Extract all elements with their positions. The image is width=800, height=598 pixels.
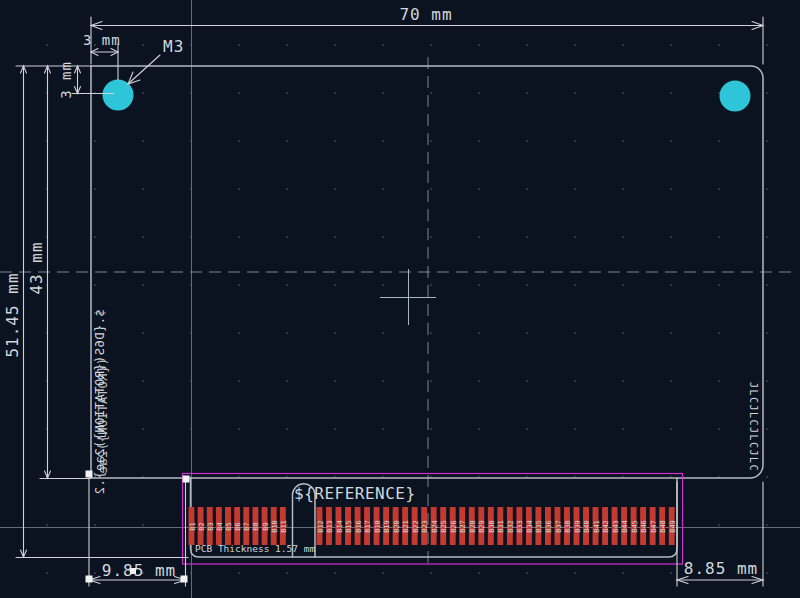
connector-pad-label: B34 [526, 520, 534, 533]
connector-pad-label: B46 [640, 520, 648, 533]
connector-pad-label: B12 [317, 520, 325, 533]
connector-pad-label: B42 [602, 520, 610, 533]
dimension-overall-height-label: 51.45 mm [3, 272, 22, 357]
connector-pad-label: B14 [336, 520, 344, 533]
connector-pad-label: B8 [252, 522, 260, 530]
connector-pad-label: B22 [412, 520, 420, 533]
mirrored-field-text[interactable]: ({ROTATION})2ae $.{D6S({ROTATION})2ae}.2 [93, 309, 110, 494]
connector-pad-label: B13 [326, 520, 334, 533]
hole-callout-m3[interactable]: M3 [128, 37, 184, 84]
connector-pad-label: B43 [612, 520, 620, 533]
connector-pad-label: B37 [555, 520, 563, 533]
connector-pad-label: B3 [207, 522, 215, 530]
connector-pad-label: B24 [431, 520, 439, 533]
connector-pad-label: B23 [421, 520, 429, 533]
dimension-hole-dy-label: 3 mm [58, 61, 74, 99]
dimension-hole-dx-label: 3 mm [83, 32, 121, 48]
dimension-hole-dx[interactable]: 3 mm [83, 32, 121, 80]
mirrored-field-text-yellow: $.{D6S({ROTATION})2ae}.2 [93, 309, 107, 494]
edge-text-right[interactable]: JLCJLCJLCJLC [748, 382, 759, 472]
dimension-hole-dy[interactable]: 3 mm [16, 61, 114, 99]
connector-pad-label: B16 [355, 520, 363, 533]
connector-pad-label: B26 [450, 520, 458, 533]
connector-pad-label: B36 [545, 520, 553, 533]
selection-handle[interactable] [86, 471, 93, 478]
connector-pad-label: B18 [374, 520, 382, 533]
hole-callout-m3-label: M3 [163, 37, 184, 56]
selection-handle[interactable] [86, 576, 93, 583]
connector-pad-label: B19 [383, 520, 391, 533]
connector-pad-label: B29 [478, 520, 486, 533]
connector-pad-label: B38 [564, 520, 572, 533]
connector-pad-label: B25 [440, 520, 448, 533]
connector-pad-label: B45 [631, 520, 639, 533]
connector-pad-label: B7 [243, 522, 251, 530]
connector-pad-label: B48 [659, 520, 667, 533]
connector-pad-label: B5 [225, 522, 233, 530]
selection-handle[interactable] [181, 576, 188, 583]
pcb-thickness-text[interactable]: PCB Thickness 1.57 mm [195, 543, 315, 554]
connector-pad-label: B4 [216, 522, 224, 530]
connector-pad-label: B11 [280, 520, 288, 533]
connector-pad-label: B44 [621, 520, 629, 533]
connector-pad-label: B41 [593, 520, 601, 533]
reference-text[interactable]: ${REFERENCE} [294, 484, 416, 503]
connector-pad-label: B27 [459, 520, 467, 533]
connector-pad-label: B33 [516, 520, 524, 533]
connector-pad-label: B40 [583, 520, 591, 533]
connector-pad-label: B28 [469, 520, 477, 533]
dimension-body-height-label: 43 mm [27, 241, 46, 294]
connector-pad-label: B39 [574, 520, 582, 533]
connector-pad-label: B9 [262, 522, 270, 530]
connector-pad-label: B6 [234, 522, 242, 530]
connector-pad-label: B21 [402, 520, 410, 533]
connector-pad-label: B30 [488, 520, 496, 533]
pcb-canvas-svg: B1B2B3B4B5B6B7B8B9B10B11B12B13B14B15B16B… [0, 0, 800, 598]
connector-pad-label: B49 [669, 520, 677, 533]
dimension-top-width-label: 70 mm [399, 5, 452, 24]
pcb-editor-canvas[interactable]: B1B2B3B4B5B6B7B8B9B10B11B12B13B14B15B16B… [0, 0, 800, 598]
dimension-tab-offset-right-label: 8.85 mm [684, 559, 758, 578]
connector-pads: B1B2B3B4B5B6B7B8B9B10B11B12B13B14B15B16B… [189, 507, 677, 545]
dimension-tab-offset-right[interactable]: 8.85 mm [677, 482, 763, 586]
selection-handle[interactable] [183, 476, 190, 483]
connector-pad-label: B35 [535, 520, 543, 533]
connector-pad-label: B1 [189, 522, 197, 530]
connector-pad-label: B31 [497, 520, 505, 533]
connector-pad-label: B20 [393, 520, 401, 533]
connector-pad-label: B47 [650, 520, 658, 533]
mounting-hole-right[interactable] [720, 81, 751, 112]
connector-pad-label: B10 [271, 520, 279, 533]
dimension-tab-offset-left-label: 9.85 mm [102, 561, 176, 580]
selection-handle[interactable] [130, 568, 136, 574]
connector-pad-label: B32 [507, 520, 515, 533]
connector-pad-label: B2 [198, 522, 206, 530]
connector-pad-label: B17 [364, 520, 372, 533]
connector-pad-label: B15 [345, 520, 353, 533]
